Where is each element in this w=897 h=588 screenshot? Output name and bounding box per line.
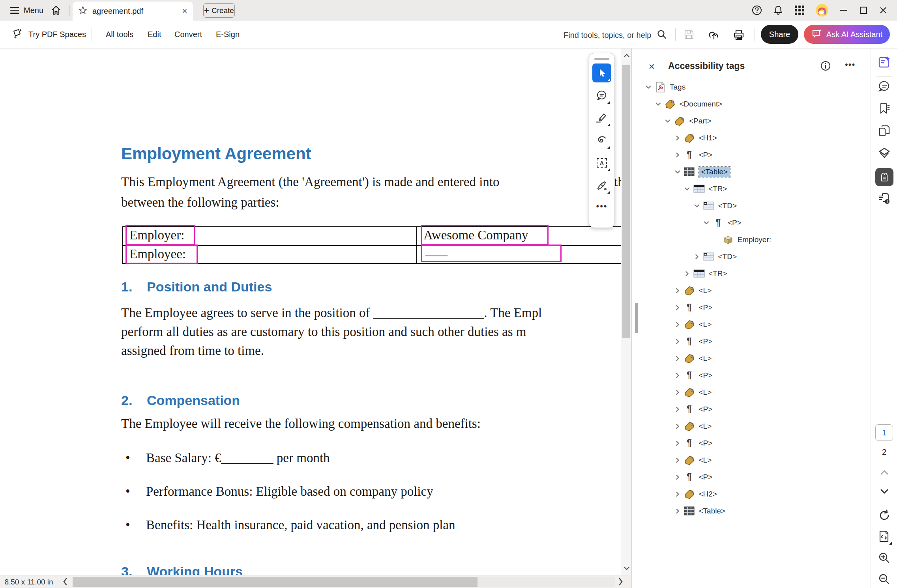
- add-text-tool-button[interactable]: A: [592, 153, 611, 172]
- tags-tree-item[interactable]: ¶<P>: [632, 299, 871, 316]
- chevron-right-icon[interactable]: [673, 372, 682, 379]
- help-icon[interactable]: [752, 5, 762, 15]
- pdf-page[interactable]: Employment Agreement This Employment Agr…: [0, 49, 621, 575]
- star-icon[interactable]: [78, 6, 88, 17]
- minimize-icon[interactable]: [839, 6, 848, 15]
- scroll-right-icon[interactable]: [618, 577, 624, 588]
- chevron-right-icon[interactable]: [682, 271, 692, 277]
- panel-options-icon[interactable]: •••: [845, 60, 855, 70]
- tags-tree-item[interactable]: ¶<P>: [632, 333, 871, 350]
- accessibility-tags-rail-icon[interactable]: [871, 168, 897, 186]
- tags-tree-item[interactable]: <TD>: [632, 197, 871, 214]
- search-icon[interactable]: [657, 29, 667, 41]
- document-vertical-scrollbar[interactable]: [621, 49, 631, 575]
- draw-tool-button[interactable]: [592, 131, 611, 150]
- tags-tree-item[interactable]: <L>: [632, 452, 871, 469]
- drag-handle[interactable]: [594, 58, 609, 60]
- chevron-right-icon[interactable]: [673, 508, 682, 514]
- fill-sign-tool-button[interactable]: [592, 176, 611, 195]
- highlight-tool-button[interactable]: [592, 108, 611, 127]
- tags-tree-item[interactable]: <Table>: [632, 502, 871, 519]
- panel-close-icon[interactable]: ✕: [648, 62, 655, 71]
- ai-assistant-panel-icon[interactable]: [871, 56, 897, 69]
- tags-tree-item[interactable]: <L>: [632, 418, 871, 435]
- chevron-right-icon[interactable]: [673, 491, 682, 497]
- chevron-right-icon[interactable]: [673, 321, 682, 328]
- horizontal-scrollbar[interactable]: 8.50 x 11.00 in: [0, 575, 631, 588]
- tab-close-icon[interactable]: ✕: [182, 7, 187, 15]
- maximize-icon[interactable]: [859, 6, 868, 15]
- close-window-icon[interactable]: [879, 6, 888, 15]
- tags-tree-item[interactable]: <L>: [632, 384, 871, 401]
- bookmarks-panel-icon[interactable]: [871, 102, 897, 115]
- comments-panel-icon[interactable]: [871, 80, 897, 93]
- try-pdf-spaces-button[interactable]: Try PDF Spaces: [12, 28, 86, 41]
- chevron-down-icon[interactable]: [644, 84, 653, 90]
- tags-tree-item[interactable]: Tags: [632, 78, 871, 95]
- chevron-right-icon[interactable]: [673, 152, 682, 158]
- user-avatar[interactable]: [816, 4, 828, 17]
- print-icon[interactable]: [733, 29, 745, 43]
- current-page-box[interactable]: 1: [875, 424, 893, 441]
- page-2-number[interactable]: 2: [871, 448, 897, 457]
- document-tab[interactable]: agreement.pdf ✕: [73, 2, 193, 21]
- rotate-refresh-icon[interactable]: [871, 509, 897, 522]
- vertical-scroll-thumb[interactable]: [622, 65, 630, 338]
- tab-edit[interactable]: Edit: [148, 30, 161, 39]
- chevron-right-icon[interactable]: [673, 474, 682, 480]
- tags-tree-item[interactable]: <L>: [632, 350, 871, 367]
- scroll-up-icon[interactable]: [621, 53, 632, 58]
- tags-tree-item[interactable]: ¶<P>: [632, 146, 871, 163]
- tags-tree-item[interactable]: ¶<P>: [632, 401, 871, 418]
- ask-ai-assistant-button[interactable]: Ask AI Assistant: [804, 25, 890, 44]
- info-icon[interactable]: [820, 61, 831, 73]
- chevron-down-icon[interactable]: [702, 220, 711, 226]
- fit-page-icon[interactable]: [871, 530, 897, 543]
- tags-tree-item[interactable]: <H1>: [632, 129, 871, 146]
- chevron-down-icon[interactable]: [682, 186, 692, 192]
- more-tools-icon[interactable]: •••: [596, 201, 607, 211]
- tags-tree-item[interactable]: <Table>: [632, 163, 871, 180]
- chevron-right-icon[interactable]: [673, 355, 682, 362]
- chevron-down-icon[interactable]: [663, 118, 672, 124]
- tags-tree-item[interactable]: <H2>: [632, 485, 871, 502]
- panel-scroll-thumb[interactable]: [635, 303, 638, 333]
- tags-tree-item[interactable]: ¶<P>: [632, 214, 871, 231]
- chevron-right-icon[interactable]: [673, 440, 682, 446]
- tab-e-sign[interactable]: E-Sign: [216, 30, 240, 39]
- previous-page-icon[interactable]: [871, 470, 897, 475]
- tags-tree-item[interactable]: <TR>: [632, 265, 871, 282]
- upload-cloud-icon[interactable]: [708, 29, 720, 43]
- chevron-right-icon[interactable]: [692, 254, 702, 260]
- chevron-right-icon[interactable]: [673, 287, 682, 294]
- chevron-right-icon[interactable]: [673, 423, 682, 429]
- home-button[interactable]: [51, 5, 62, 17]
- tags-tree-item[interactable]: <TR>: [632, 180, 871, 197]
- notifications-bell-icon[interactable]: [773, 5, 783, 15]
- tags-tree-item[interactable]: ¶<P>: [632, 435, 871, 452]
- order-panel-icon[interactable]: [871, 192, 897, 205]
- chevron-right-icon[interactable]: [673, 304, 682, 311]
- chevron-right-icon[interactable]: [673, 135, 682, 141]
- tab-all-tools[interactable]: All tools: [106, 30, 133, 39]
- pages-panel-icon[interactable]: [871, 124, 897, 137]
- tags-tree-item[interactable]: <L>: [632, 282, 871, 299]
- comment-tool-button[interactable]: [592, 86, 611, 105]
- menu-button[interactable]: Menu: [10, 4, 43, 17]
- tags-tree-item[interactable]: Employer:: [632, 231, 871, 248]
- tags-tree-item[interactable]: <TD>: [632, 248, 871, 265]
- save-icon[interactable]: [684, 29, 695, 42]
- select-tool-button[interactable]: [592, 63, 611, 82]
- tags-tree-item[interactable]: <Part>: [632, 112, 871, 129]
- chevron-right-icon[interactable]: [673, 338, 682, 345]
- zoom-in-icon[interactable]: [871, 552, 897, 564]
- tags-tree-item[interactable]: <L>: [632, 316, 871, 333]
- chevron-down-icon[interactable]: [692, 203, 702, 209]
- next-page-icon[interactable]: [871, 489, 897, 494]
- zoom-out-icon[interactable]: [871, 573, 897, 586]
- tags-tree-item[interactable]: ¶<P>: [632, 469, 871, 485]
- scroll-down-icon[interactable]: [621, 566, 632, 571]
- chevron-down-icon[interactable]: [673, 169, 682, 175]
- apps-grid-icon[interactable]: [794, 5, 805, 15]
- horizontal-scroll-track[interactable]: [478, 577, 615, 587]
